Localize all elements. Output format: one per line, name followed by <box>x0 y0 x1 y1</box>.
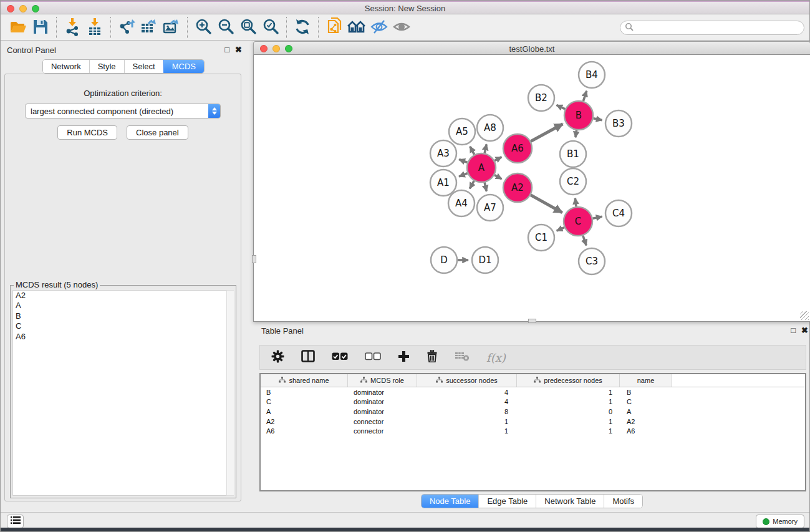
cell[interactable]: B <box>620 389 672 396</box>
tab-motifs[interactable]: Motifs <box>604 495 642 508</box>
deselect-all-checkboxes-icon[interactable] <box>365 352 381 363</box>
network-graph[interactable]: B4B2BB3A5A8A6B1A3AC2A1A2A4A7C4CC1C3DD1 <box>254 55 809 321</box>
cell[interactable]: A6 <box>261 427 348 435</box>
tab-mcds[interactable]: MCDS <box>163 60 204 73</box>
table-row-A6[interactable]: A6connector11A6 <box>261 426 805 436</box>
graph-node-A[interactable]: A <box>467 153 496 182</box>
zoom-selected-button[interactable] <box>259 17 282 38</box>
graph-node-A8[interactable]: A8 <box>477 115 503 141</box>
resize-grip-icon[interactable] <box>800 311 809 320</box>
tab-edge-table[interactable]: Edge Table <box>478 495 536 508</box>
edge-C-C1[interactable] <box>557 228 564 231</box>
tab-network[interactable]: Network <box>43 60 89 73</box>
task-history-button[interactable] <box>7 515 24 528</box>
graph-node-A5[interactable]: A5 <box>449 118 475 145</box>
cell[interactable]: 0 <box>517 408 620 415</box>
split-columns-icon[interactable] <box>301 350 315 365</box>
edge-A-A2[interactable] <box>494 175 502 179</box>
cell[interactable]: 1 <box>417 427 517 435</box>
edge-B-B3[interactable] <box>594 118 602 120</box>
left-splitter-handle[interactable] <box>252 255 256 263</box>
table-row-A[interactable]: Adominator80A <box>261 407 805 417</box>
cell[interactable]: 8 <box>417 408 517 415</box>
tab-network-table[interactable]: Network Table <box>536 495 604 508</box>
float-panel-icon[interactable]: □ <box>224 45 229 54</box>
memory-button[interactable]: Memory <box>756 515 804 528</box>
cell[interactable]: connector <box>348 427 417 435</box>
function-builder-icon[interactable]: f(x) <box>486 351 506 364</box>
criterion-dropdown[interactable]: largest connected component (directed) <box>25 104 221 118</box>
edge-A6-B[interactable] <box>531 124 562 142</box>
zoom-in-button[interactable] <box>192 17 215 38</box>
edge-C-C3[interactable] <box>583 236 586 246</box>
graph-node-B2[interactable]: B2 <box>528 85 554 111</box>
result-item-A6[interactable]: A6 <box>13 332 233 342</box>
gear-icon[interactable] <box>271 350 284 365</box>
edge-B-B2[interactable] <box>556 105 565 109</box>
cell[interactable]: dominator <box>348 398 417 405</box>
edge-C-C4[interactable] <box>593 216 602 218</box>
graph-node-A7[interactable]: A7 <box>477 195 503 221</box>
edge-A-A1[interactable] <box>459 173 468 177</box>
network-canvas[interactable]: B4B2BB3A5A8A6B1A3AC2A1A2A4A7C4CC1C3DD1 <box>253 55 810 322</box>
graph-node-C[interactable]: C <box>564 207 592 236</box>
result-list-scrollbar[interactable] <box>226 290 234 496</box>
network-snapshot-button[interactable] <box>323 17 345 38</box>
graph-node-D[interactable]: D <box>431 247 457 273</box>
graph-node-A4[interactable]: A4 <box>448 190 475 216</box>
zoom-out-button[interactable] <box>215 17 237 38</box>
bottom-splitter-handle[interactable] <box>528 319 536 323</box>
zoom-fit-button[interactable] <box>237 17 259 38</box>
import-network-button[interactable] <box>61 17 84 38</box>
cell[interactable]: 1 <box>517 398 620 405</box>
cell[interactable]: B <box>261 389 348 396</box>
edge-A-A4[interactable] <box>470 181 474 189</box>
graph-node-C2[interactable]: C2 <box>560 168 586 195</box>
open-session-button[interactable] <box>7 17 29 38</box>
cell[interactable]: A <box>620 408 672 415</box>
home-button[interactable] <box>345 17 368 38</box>
save-session-button[interactable] <box>29 17 52 38</box>
export-image-button[interactable] <box>160 17 183 38</box>
add-column-icon[interactable] <box>398 351 410 365</box>
graph-node-D1[interactable]: D1 <box>472 247 498 273</box>
table-row-B[interactable]: Bdominator41B <box>261 387 805 397</box>
graph-node-A2[interactable]: A2 <box>503 173 532 202</box>
edge-A-A6[interactable] <box>494 157 501 161</box>
cell[interactable]: 4 <box>417 389 517 396</box>
result-item-C[interactable]: C <box>13 321 233 331</box>
tab-style[interactable]: Style <box>89 60 124 73</box>
graph-node-A3[interactable]: A3 <box>430 140 456 167</box>
search-input[interactable] <box>634 22 804 34</box>
result-item-A2[interactable]: A2 <box>13 291 233 301</box>
edge-A-A3[interactable] <box>459 160 467 163</box>
graph-node-B4[interactable]: B4 <box>579 62 605 88</box>
refresh-button[interactable] <box>291 17 314 38</box>
edge-C-C2[interactable] <box>575 198 576 206</box>
export-network-button[interactable] <box>115 17 138 38</box>
tab-node-table[interactable]: Node Table <box>422 495 479 508</box>
cell[interactable]: 1 <box>517 427 620 435</box>
cell[interactable]: A2 <box>261 418 348 425</box>
export-table-button[interactable] <box>138 17 160 38</box>
cell[interactable]: 1 <box>517 389 620 396</box>
graph-node-B[interactable]: B <box>564 101 593 130</box>
result-item-A[interactable]: A <box>13 301 233 311</box>
graph-node-B3[interactable]: B3 <box>605 110 632 137</box>
delete-table-icon[interactable] <box>455 351 470 364</box>
float-table-panel-icon[interactable]: □ <box>791 326 796 335</box>
cell[interactable]: A6 <box>620 427 672 435</box>
edge-A-A5[interactable] <box>470 147 475 155</box>
column-header-successor-nodes[interactable]: successor nodes <box>417 374 517 387</box>
search-field[interactable] <box>620 21 804 35</box>
cell[interactable]: connector <box>348 418 417 425</box>
close-table-panel-icon[interactable]: ✖ <box>801 326 808 335</box>
close-panel-icon[interactable]: ✖ <box>235 45 242 54</box>
table-row-A2[interactable]: A2connector11A2 <box>261 417 805 427</box>
cell[interactable]: A2 <box>620 418 672 425</box>
cell[interactable]: 1 <box>417 418 517 425</box>
delete-column-icon[interactable] <box>427 350 438 365</box>
cell[interactable]: 1 <box>517 418 620 425</box>
show-overview-button[interactable] <box>390 17 413 38</box>
graph-node-B1[interactable]: B1 <box>560 141 586 167</box>
